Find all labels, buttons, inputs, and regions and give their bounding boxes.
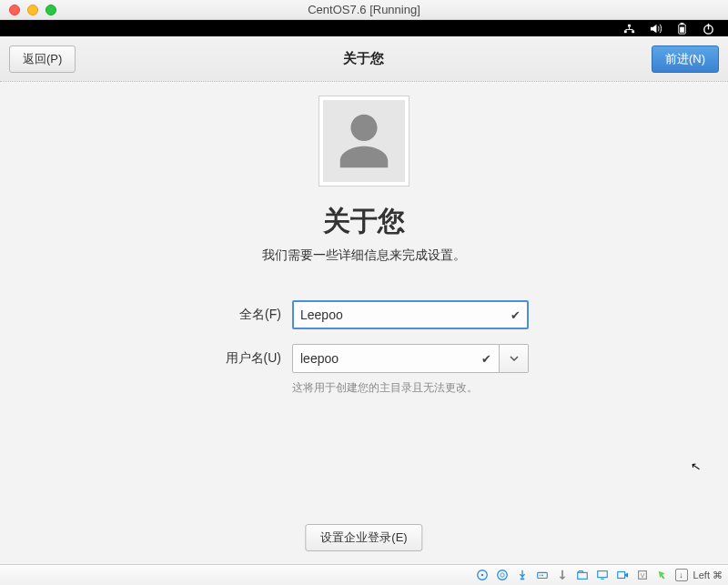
svg-point-11 — [500, 573, 503, 577]
setup-headerbar: 返回(P) 关于您 前进(N) — [0, 36, 728, 82]
check-icon: ✔ — [511, 308, 521, 322]
svg-rect-17 — [577, 572, 587, 579]
avatar-placeholder[interactable] — [318, 96, 410, 187]
mouse-cursor: ↖ — [690, 459, 702, 474]
fullname-label: 全名(F) — [199, 307, 281, 323]
vb-audio-icon[interactable] — [555, 568, 570, 582]
user-icon — [332, 109, 396, 173]
forward-button[interactable]: 前进(N) — [652, 45, 719, 73]
headerbar-title: 关于您 — [343, 50, 384, 67]
svg-rect-0 — [624, 30, 627, 33]
svg-rect-20 — [617, 572, 624, 579]
svg-point-9 — [480, 574, 483, 577]
svg-rect-18 — [597, 571, 607, 578]
back-button[interactable]: 返回(P) — [9, 45, 76, 73]
chevron-down-icon — [510, 354, 519, 363]
svg-rect-12 — [520, 579, 523, 580]
svg-rect-5 — [680, 26, 684, 32]
fullname-value: Leepoo — [300, 308, 343, 322]
username-label: 用户名(U) — [199, 350, 281, 367]
svg-point-14 — [539, 575, 541, 577]
setup-content: 关于您 我们需要一些详细信息来完成设置。 全名(F) Leepoo ✔ 用户名(… — [0, 82, 728, 564]
vb-shared-folder-icon[interactable] — [575, 568, 590, 582]
battery-icon[interactable] — [675, 22, 689, 35]
power-icon[interactable] — [702, 22, 715, 35]
about-heading: 关于您 — [323, 203, 405, 240]
mac-zoom-button[interactable] — [46, 5, 56, 15]
svg-rect-4 — [681, 22, 684, 24]
vb-hostkey-label: Left ⌘ — [693, 570, 723, 581]
svg-point-15 — [541, 575, 543, 577]
username-dropdown-button[interactable] — [500, 344, 529, 373]
enterprise-login-button[interactable]: 设置企业登录(E) — [305, 524, 422, 551]
gnome-top-panel — [0, 20, 728, 36]
mac-titlebar: CentOS7.6 [Running] — [0, 0, 728, 20]
about-subtitle: 我们需要一些详细信息来完成设置。 — [262, 247, 466, 264]
svg-point-10 — [497, 570, 507, 580]
svg-rect-1 — [632, 30, 634, 33]
mac-minimize-button[interactable] — [27, 5, 38, 15]
network-icon[interactable] — [622, 22, 636, 35]
vb-hostkey-arrow-icon: ↓ — [675, 569, 688, 581]
vb-usb-icon[interactable] — [515, 568, 530, 582]
window-title: CentOS7.6 [Running] — [0, 3, 728, 16]
vb-mouse-integration-icon[interactable] — [655, 568, 670, 582]
vb-hdd-icon[interactable] — [475, 568, 490, 582]
svg-text:V: V — [640, 572, 644, 579]
mac-close-button[interactable] — [9, 5, 20, 15]
username-value: leepoo — [300, 351, 339, 366]
username-hint: 这将用于创建您的主目录且无法更改。 — [292, 380, 529, 396]
username-input[interactable]: leepoo ✔ — [292, 344, 500, 373]
virtualbox-statusbar: V ↓ Left ⌘ — [0, 564, 728, 585]
volume-icon[interactable] — [649, 22, 662, 35]
vb-display-icon[interactable] — [595, 568, 610, 582]
vb-recording-icon[interactable] — [615, 568, 630, 582]
svg-rect-2 — [628, 24, 631, 26]
check-icon: ✔ — [481, 352, 491, 366]
fullname-input[interactable]: Leepoo ✔ — [292, 300, 529, 329]
vb-guest-additions-icon[interactable]: V — [635, 568, 650, 582]
vb-optical-icon[interactable] — [495, 568, 510, 582]
vb-network-icon[interactable] — [535, 568, 550, 582]
